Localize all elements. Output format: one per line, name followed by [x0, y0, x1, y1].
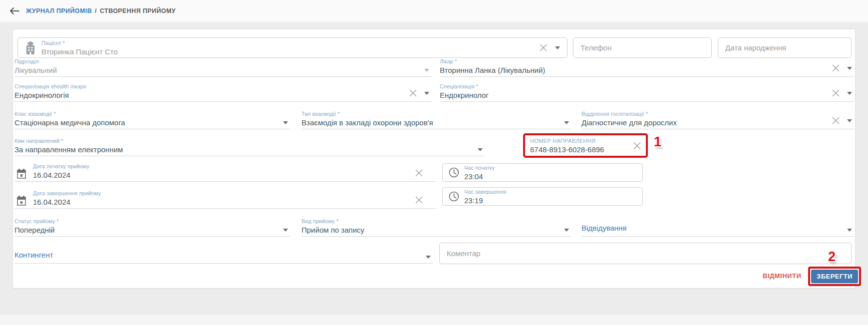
visit-kind-value: Прийом по запису	[301, 226, 364, 234]
visit-kind-label: Вид прийому *	[301, 219, 364, 224]
referral-number-label: НОМЕР НАПРАВЛЕННЯ	[530, 138, 604, 144]
visiting-select[interactable]: Відвідування	[581, 216, 854, 237]
back-button[interactable]	[8, 4, 21, 17]
appointment-create-screen: ЖУРНАЛ ПРИЙОМІВ / СТВОРЕННЯ ПРИЙОМУ Паці…	[0, 0, 868, 325]
clear-icon[interactable]	[633, 142, 641, 149]
breadcrumb-separator: /	[95, 7, 97, 14]
clear-icon[interactable]	[832, 89, 840, 97]
footer-bar	[0, 315, 868, 325]
calendar-icon[interactable]	[17, 196, 26, 206]
end-date-value: 16.04.2024	[33, 198, 101, 206]
referral-number-value: 6748-8913-6028-6896	[530, 146, 604, 153]
arrow-left-icon	[9, 7, 19, 14]
start-time-field[interactable]: Час початку 23:04	[442, 163, 643, 182]
clear-icon[interactable]	[832, 64, 840, 72]
clear-icon[interactable]	[415, 196, 423, 204]
interaction-class-value: Стаціонарна медична допомога	[14, 119, 125, 126]
breadcrumb-current: СТВОРЕННЯ ПРИЙОМУ	[100, 7, 176, 14]
clear-icon[interactable]	[540, 44, 547, 51]
specialization-select[interactable]: Спеціалізація * Ендокринолог	[440, 81, 854, 102]
clock-icon	[449, 167, 459, 178]
interaction-type-label: Тип взаємодії *	[301, 111, 433, 117]
chevron-down-icon[interactable]	[847, 67, 852, 70]
start-time-label: Час початку	[464, 165, 495, 171]
doctor-select[interactable]: Лікар * Вторинна Ланка (Лікувальний)	[440, 56, 854, 77]
chevron-down-icon[interactable]	[847, 229, 852, 232]
chevron-down-icon[interactable]	[555, 46, 560, 49]
interaction-type-value: Взаємодія в закладі охорони здоров'я	[301, 119, 433, 126]
specialization-label: Спеціалізація *	[440, 84, 489, 89]
start-date-field[interactable]: Дата початку прийому 16.04.2024	[14, 161, 436, 182]
referred-by-select[interactable]: Ким направлений * За направленням електр…	[14, 136, 485, 156]
visiting-label: Відвідування	[581, 224, 626, 232]
division-value: Лікувальний	[14, 66, 57, 74]
doctor-value: Вторинна Ланка (Лікувальний)	[440, 66, 545, 74]
doctor-label: Лікар *	[440, 59, 545, 64]
end-date-field[interactable]: Дата завершення прийому 16.04.2024	[14, 188, 436, 209]
clock-icon	[449, 191, 459, 202]
referral-number-field[interactable]: НОМЕР НАПРАВЛЕННЯ 6748-8913-6028-6896	[525, 135, 646, 156]
referred-by-label: Ким направлений *	[14, 138, 123, 144]
breadcrumb-journal-link[interactable]: ЖУРНАЛ ПРИЙОМІВ	[26, 7, 92, 14]
calendar-icon[interactable]	[17, 169, 26, 179]
end-date-label: Дата завершення прийому	[33, 191, 101, 196]
clear-icon[interactable]	[415, 169, 423, 177]
phone-field[interactable]	[573, 37, 712, 58]
chevron-down-icon[interactable]	[426, 256, 431, 259]
clear-icon[interactable]	[832, 117, 840, 124]
visit-kind-select[interactable]: Вид прийому * Прийом по запису	[301, 216, 571, 237]
annotation-marker-2: 2	[828, 249, 836, 265]
end-time-field[interactable]: Час завершення 23:19	[442, 187, 643, 206]
chevron-down-icon[interactable]	[564, 121, 569, 124]
birth-date-field[interactable]	[718, 37, 852, 58]
status-select[interactable]: Статус прийому * Попередній	[14, 216, 290, 237]
specialization-value: Ендокринолог	[440, 91, 489, 99]
clear-icon[interactable]	[409, 89, 417, 97]
chevron-down-icon[interactable]	[564, 229, 569, 232]
end-time-value: 23:19	[464, 197, 506, 204]
save-button[interactable]: ЗБЕРЕГТИ	[811, 270, 858, 283]
hospital-department-value: Діагностичне для дорослих	[581, 119, 677, 126]
referred-by-value: За направленням електронним	[14, 146, 123, 153]
division-label: Підрозділ	[14, 59, 57, 64]
phone-input[interactable]	[574, 43, 711, 52]
start-date-label: Дата початку прийому	[33, 164, 89, 169]
topbar: ЖУРНАЛ ПРИЙОМІВ / СТВОРЕННЯ ПРИЙОМУ	[0, 0, 868, 22]
breadcrumb: ЖУРНАЛ ПРИЙОМІВ / СТВОРЕННЯ ПРИЙОМУ	[26, 7, 176, 14]
chevron-down-icon[interactable]	[283, 229, 288, 232]
division-select[interactable]: Підрозділ Лікувальний	[14, 56, 431, 77]
status-value: Попередній	[14, 226, 59, 234]
start-time-value: 23:04	[464, 173, 495, 180]
hospital-department-select[interactable]: Відділення госпіталізації * Діагностичне…	[581, 109, 854, 129]
hospital-icon	[25, 41, 36, 54]
patient-select[interactable]: Пацієнт * Вторинка Пацієнт Сто	[17, 37, 568, 58]
cancel-button[interactable]: ВІДМІНИТИ	[759, 269, 805, 283]
hospital-department-label: Відділення госпіталізації *	[581, 111, 677, 117]
chevron-down-icon[interactable]	[283, 121, 288, 124]
referral-number-annotation-box: НОМЕР НАПРАВЛЕННЯ 6748-8913-6028-6896	[523, 133, 648, 158]
ehealth-specialization-select[interactable]: Спеціалізація ehealth лікаря Ендокриноло…	[14, 81, 431, 102]
ehealth-specialization-label: Спеціалізація ehealth лікаря	[14, 84, 86, 89]
contingent-select[interactable]: Контингент	[14, 243, 433, 264]
interaction-class-label: Клас взаємодії *	[14, 111, 125, 117]
interaction-type-select[interactable]: Тип взаємодії * Взаємодія в закладі охор…	[301, 109, 571, 129]
patient-label: Пацієнт *	[41, 40, 118, 46]
appointment-form-card: Пацієнт * Вторинка Пацієнт Сто Підрозділ…	[12, 29, 856, 289]
interaction-class-select[interactable]: Клас взаємодії * Стаціонарна медична доп…	[14, 109, 290, 129]
chevron-down-icon[interactable]	[847, 119, 852, 122]
chevron-down-icon[interactable]	[847, 92, 852, 95]
birth-date-input[interactable]	[718, 43, 851, 52]
chevron-down-icon[interactable]	[478, 148, 483, 151]
comment-field[interactable]	[439, 243, 852, 264]
save-annotation-box: ЗБЕРЕГТИ	[808, 267, 861, 286]
comment-input[interactable]	[440, 249, 851, 258]
chevron-down-icon[interactable]	[424, 92, 429, 95]
end-time-label: Час завершення	[464, 189, 506, 195]
start-date-value: 16.04.2024	[33, 171, 89, 179]
contingent-label: Контингент	[14, 251, 53, 259]
annotation-marker-1: 1	[654, 134, 661, 150]
patient-value: Вторинка Пацієнт Сто	[41, 48, 118, 55]
status-label: Статус прийому *	[14, 219, 59, 224]
ehealth-specialization-value: Ендокринологія	[14, 91, 86, 99]
chevron-down-icon[interactable]	[424, 69, 429, 72]
